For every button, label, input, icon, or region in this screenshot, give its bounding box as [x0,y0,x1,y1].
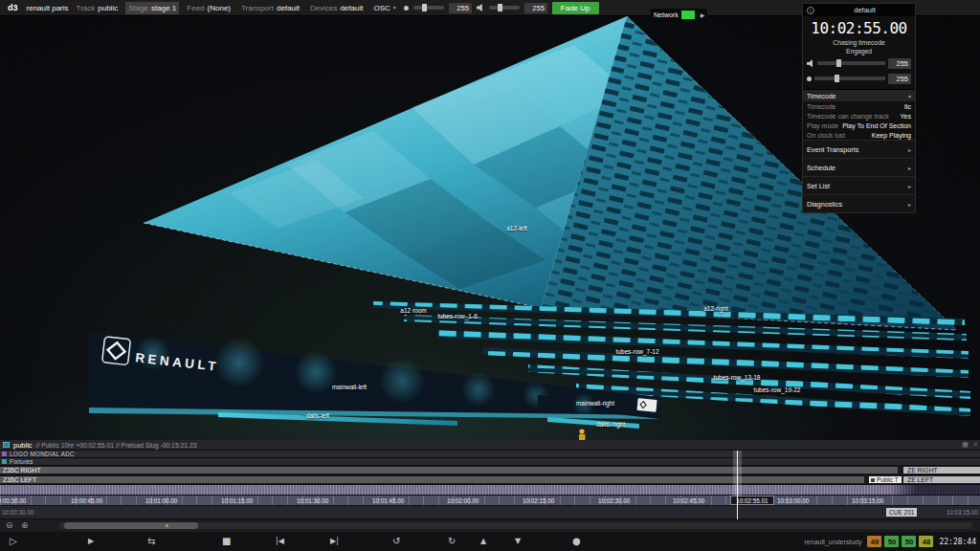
clip-z35c-right[interactable]: Z35C RIGHT [0,467,898,474]
stage-label-dalis-left[interactable]: dalis-left [306,412,329,419]
diagnostic-stat: 50 [884,536,899,547]
panel-brightness-slider[interactable] [814,77,885,80]
stage-label-a12-left[interactable]: a12-left [506,225,527,231]
info-icon[interactable]: i [807,7,814,14]
section-track[interactable]: 10:00:30.00 10:03:15.00 CUE 201 [0,506,980,519]
fade-up-button[interactable]: Fade Up [552,2,599,14]
ruler-time: 10:00:45.00 [71,497,102,504]
menu-osc[interactable]: OSC ▾ [370,2,398,14]
panel-volume-slider[interactable] [817,61,885,65]
prop-timecode-can-change-track[interactable]: Timecode can change track Yes [803,111,915,121]
diagnostic-stat: 50 [902,536,916,547]
redo-button[interactable]: ↻ [448,534,456,549]
speaker-icon [477,4,484,11]
play-button[interactable]: ▷ [10,534,17,549]
master-brightness-slider[interactable] [413,6,444,10]
layer-z35c-right[interactable]: Z35C RIGHT ZE RIGHT [0,466,980,475]
stage-label-mainwall-right[interactable]: mainwall-right [576,400,614,407]
stage-label-tubes-19-22[interactable]: tubes-row_19-22 [754,386,801,393]
transport-bar: ▷ ▶ ⇆ ■ |◀ ▶| ↺ ↻ ▲ ▼ ● renault_understu… [0,532,980,551]
layer-logo-mondial[interactable]: LOGO MONDIAL ADC [0,451,980,458]
menu-feed[interactable]: Feed (None) [184,2,234,14]
master-volume-value[interactable]: 255 [524,3,547,13]
ruler-time: 10:01:15.00 [221,497,253,504]
menu-event-transports[interactable]: Event Transports ▸ [803,140,915,158]
ruler-time: 10:02:00.00 [447,497,479,504]
timeline-scrollbar-thumb[interactable] [64,522,198,529]
layer-z35c-left[interactable]: Z35C LEFT Public T ZE LEFT [0,475,980,485]
section-time-left: 10:00:30.00 [2,509,33,516]
stage-label-a12-right[interactable]: a12-right [703,305,728,312]
panel-header[interactable]: i default [803,4,915,16]
stage-label-a12-room[interactable]: a12 room [400,307,426,314]
menu-stage[interactable]: Stage stage 1 [125,2,179,14]
stage-label-mainwall-left[interactable]: mainwall-left [332,384,367,390]
play-to-next-button[interactable]: ▶ [88,534,94,549]
previous-section-button[interactable]: |◀ [276,534,284,549]
play-icon[interactable]: ▶ [698,11,705,18]
track-name[interactable]: public [13,441,33,450]
chevron-down-icon: ▾ [393,4,396,12]
brightness-icon [404,6,409,11]
clip-ze-left[interactable]: ZE LEFT [903,476,980,483]
grid-icon[interactable]: ▦ [962,441,969,449]
playhead-line[interactable] [737,451,738,519]
diagnostic-stat: 48 [919,536,933,547]
master-volume-slider[interactable] [489,6,520,10]
next-section-button[interactable]: ▶| [330,534,339,549]
clip-ze-right[interactable]: ZE RIGHT [903,467,980,474]
project-name[interactable]: renault paris [27,4,69,12]
timeline: public // Public 10hr +00:02:55.01 // Pr… [0,440,980,532]
time-ruler[interactable]: 10:00:30.00 10:00:45.00 10:01:00.00 10:0… [0,496,980,506]
zoom-out-icon[interactable]: ⊖ [6,520,13,530]
ruler-time: 10:01:00.00 [145,497,177,504]
chevron-right-icon: ▸ [908,146,911,153]
clip-public-chip[interactable]: Public T [869,476,902,483]
timecode-status: Chasing timecode [803,38,915,47]
chevron-down-icon: ▾ [908,93,911,99]
menu-schedule[interactable]: Schedule ▸ [803,158,915,176]
track-up-button[interactable]: ▲ [480,534,486,549]
record-button[interactable]: ● [572,534,581,549]
brightness-icon [807,77,812,81]
stage-label-dalis-right[interactable]: dalis- right [596,421,625,428]
stop-button[interactable]: ■ [222,534,231,549]
track-header[interactable]: public // Public 10hr +00:02:55.01 // Pr… [0,440,980,451]
prop-play-mode[interactable]: Play mode Play To End Of Section [803,121,915,130]
layer-icon [2,459,7,464]
network-widget[interactable]: Network ▶ [651,9,707,21]
timeline-scrollbar[interactable] [59,522,972,529]
diagnostic-stat: 49 [867,536,881,547]
panel-brightness-value[interactable]: 255 [888,74,911,84]
menu-diagnostics[interactable]: Diagnostics ▸ [803,194,915,212]
stage-label-tubes-7-12[interactable]: tubes-row_7-12 [615,348,658,355]
network-status-led [681,11,695,19]
cue-marker[interactable]: CUE 201 [886,508,917,517]
timecode-section-header[interactable]: Timecode ▾ [803,89,915,101]
loop-section-button[interactable]: ⇆ [147,534,155,549]
machine-name: renault_understudy [805,539,862,545]
track-down-button[interactable]: ▼ [515,534,521,549]
layer-fixtures[interactable]: Fixtures [0,458,980,466]
timeline-zoom-bar: ⊖ ⊕ [0,519,980,532]
prop-on-clock-lost[interactable]: On clock lost Keep Playing [803,130,915,140]
undo-button[interactable]: ↺ [392,534,400,549]
menu-devices[interactable]: Devices default [307,2,366,14]
clip-icon [871,478,875,482]
timecode-display: 10:02:55.00 [803,16,915,38]
system-clock: 22:28:44 [939,538,976,546]
prop-timecode[interactable]: Timecode ltc [803,101,915,111]
menu-track[interactable]: Track public [74,2,122,14]
stage-label-tubes-13-18[interactable]: tubes-row_13-18 [714,374,761,381]
ruler-time: 10:02:15.00 [523,497,554,504]
zoom-in-icon[interactable]: ⊕ [21,520,29,530]
menu-set-list[interactable]: Set List ▸ [803,176,915,194]
menu-transport[interactable]: Transport default [238,2,302,14]
notes-track[interactable] [0,485,980,496]
d3-application: d3 renault paris Track public Stage stag… [0,0,980,551]
stage-label-tubes-1-6[interactable]: tubes-row_1-6 [437,313,478,320]
list-icon[interactable]: ≡ [973,441,977,449]
panel-volume-value[interactable]: 255 [888,58,911,69]
master-brightness-value[interactable]: 255 [449,3,472,13]
section-time-right: 10:03:15.00 [947,509,978,516]
